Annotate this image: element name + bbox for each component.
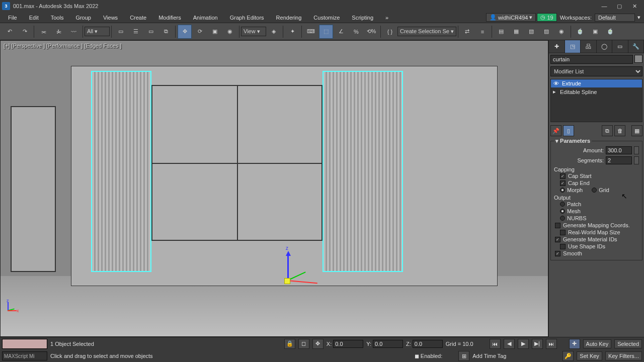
next-frame-button[interactable]: ▶| (532, 339, 543, 349)
smooth-checkbox[interactable]: ✓ (555, 251, 560, 256)
expand-icon[interactable]: ▸ (553, 88, 557, 95)
viewport-label[interactable]: [+] [Perspective ] [Performance ] [Edged… (4, 43, 121, 49)
select-by-name-button[interactable]: ☰ (129, 25, 143, 39)
undo-button[interactable]: ↶ (3, 25, 17, 39)
z-field[interactable]: 0.0 (413, 340, 443, 348)
workspace-selector[interactable]: Default (595, 14, 635, 22)
menu-file[interactable]: File (2, 13, 23, 22)
object-color-swatch[interactable] (634, 55, 642, 63)
menu-graph-editors[interactable]: Graph Editors (224, 13, 270, 22)
amount-field[interactable]: 300.0 (606, 146, 632, 154)
selected-filter-button[interactable]: Selected (614, 339, 642, 348)
grid-radio[interactable] (592, 188, 597, 193)
angle-snap-button[interactable]: ∠ (334, 25, 348, 39)
snap-toggle-button[interactable]: ⬚ (319, 25, 333, 39)
prev-frame-button[interactable]: ◀ (504, 339, 515, 349)
utilities-tab[interactable]: 🔧 (628, 40, 645, 53)
play-button[interactable]: ▶ (518, 339, 529, 349)
configure-sets-button[interactable]: ▦ (631, 125, 642, 136)
curtain-object-left[interactable] (91, 71, 151, 272)
workspace-dropdown-icon[interactable]: ▾ (636, 14, 642, 21)
curve-editor-button[interactable]: ▧ (524, 25, 538, 39)
window-crossing-button[interactable]: ⧉ (159, 25, 173, 39)
nurbs-radio[interactable] (560, 216, 565, 221)
scale-button[interactable]: ▣ (208, 25, 222, 39)
set-key-icon-button[interactable]: 🔑 (562, 351, 574, 361)
select-region-rect-button[interactable]: ▭ (144, 25, 158, 39)
selection-lock-button[interactable]: 🔒 (284, 339, 295, 349)
menu-animation[interactable]: Animation (187, 13, 224, 22)
keyboard-shortcut-override-button[interactable]: ⌨ (304, 25, 318, 39)
spinner-snap-button[interactable]: ⟲% (364, 25, 378, 39)
close-button[interactable]: ✕ (627, 1, 642, 11)
menu-rendering[interactable]: Rendering (270, 13, 308, 22)
gen-mapping-checkbox[interactable] (555, 223, 560, 228)
render-button[interactable]: 🍵 (603, 25, 617, 39)
bind-spacewarp-button[interactable]: 〰 (66, 25, 80, 39)
morph-radio[interactable] (560, 188, 565, 193)
x-field[interactable]: 0.0 (333, 340, 363, 348)
selection-filter[interactable]: All ▾ (85, 27, 110, 36)
layer-explorer-button[interactable]: ▤ (494, 25, 508, 39)
menu-customize[interactable]: Customize (307, 13, 346, 22)
percent-snap-button[interactable]: % (349, 25, 363, 39)
use-shape-ids-checkbox[interactable] (560, 244, 566, 249)
mirror-button[interactable]: ⇄ (460, 25, 474, 39)
cap-end-checkbox[interactable]: ✓ (560, 180, 566, 186)
track-bar-swatch[interactable] (2, 339, 47, 349)
transform-type-in-button[interactable]: ✥ (312, 339, 324, 349)
minimize-button[interactable]: — (597, 1, 612, 11)
notification-badge[interactable]: ◷ 19 (537, 13, 556, 22)
add-time-tag[interactable]: Add Time Tag (472, 353, 506, 359)
patch-radio[interactable] (560, 202, 565, 207)
menu-overflow[interactable]: » (379, 13, 394, 22)
key-filters-button[interactable]: Key Filters... (605, 351, 642, 360)
mesh-radio[interactable] (560, 209, 565, 214)
rotate-button[interactable]: ⟳ (193, 25, 207, 39)
maximize-button[interactable]: ▢ (612, 1, 627, 11)
material-editor-button[interactable]: ◉ (554, 25, 569, 39)
cap-start-checkbox[interactable]: ✓ (560, 173, 566, 179)
menu-group[interactable]: Group (69, 13, 97, 22)
isolate-button[interactable]: ◻ (298, 339, 309, 349)
menu-scripting[interactable]: Scripting (346, 13, 379, 22)
rollout-header[interactable]: ▾ Parameters (554, 138, 592, 144)
menu-tools[interactable]: Tools (45, 13, 70, 22)
stack-item-extrude[interactable]: 👁 Extrude (551, 79, 642, 87)
render-frame-button[interactable]: ▣ (588, 25, 602, 39)
maxscript-listener[interactable]: MAXScript Mi (2, 351, 47, 360)
amount-spinner[interactable] (634, 146, 639, 154)
redo-button[interactable]: ↷ (18, 25, 32, 39)
stack-item-editable-spline[interactable]: ▸ Editable Spline (551, 87, 642, 96)
menu-edit[interactable]: Edit (23, 13, 45, 22)
y-field[interactable]: 0.0 (373, 340, 403, 348)
object-name-field[interactable] (550, 55, 633, 64)
remove-modifier-button[interactable]: 🗑 (614, 125, 625, 136)
set-key-plus-button[interactable]: ✚ (569, 339, 580, 349)
modify-tab[interactable]: ◳ (565, 40, 581, 53)
unlink-button[interactable]: ⫘̸ (51, 25, 65, 39)
curtain-object-right[interactable] (323, 71, 403, 272)
hierarchy-tab[interactable]: 品 (581, 40, 597, 53)
viewport-perspective[interactable]: z [+] [Perspective ] [Performance ] [Edg… (0, 40, 548, 337)
pin-stack-button[interactable]: 📌 (550, 125, 561, 136)
create-tab[interactable]: ✚ (549, 40, 565, 53)
real-world-checkbox[interactable] (560, 230, 566, 235)
modifier-list-dropdown[interactable]: Modifier List (550, 66, 642, 76)
schematic-view-button[interactable]: ▨ (539, 25, 553, 39)
menu-create[interactable]: Create (124, 13, 152, 22)
use-pivot-center-button[interactable]: ◈ (267, 25, 281, 39)
placement-button[interactable]: ◉ (223, 25, 237, 39)
segments-field[interactable]: 2 (606, 156, 632, 164)
named-selection-set[interactable]: Create Selection Se ▾ (397, 27, 456, 36)
link-button[interactable]: ⫘ (36, 25, 50, 39)
menu-modifiers[interactable]: Modifiers (152, 13, 187, 22)
goto-end-button[interactable]: ⏭ (546, 339, 557, 349)
time-config-button[interactable]: ⊞ (458, 351, 469, 361)
visibility-icon[interactable]: 👁 (553, 80, 559, 86)
move-button[interactable]: ✥ (178, 25, 192, 39)
menu-views[interactable]: Views (97, 13, 124, 22)
segments-spinner[interactable] (634, 156, 639, 164)
modifier-stack[interactable]: 👁 Extrude ▸ Editable Spline (550, 79, 642, 122)
toggle-ribbon-button[interactable]: ▦ (509, 25, 523, 39)
